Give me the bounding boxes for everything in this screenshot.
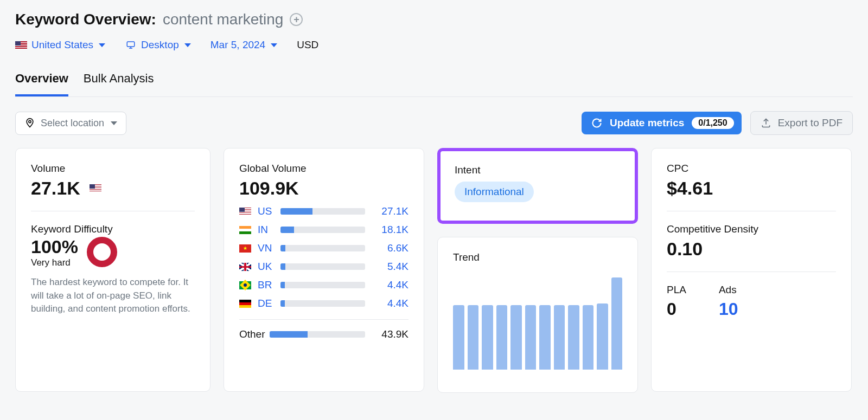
date-filter[interactable]: Mar 5, 2024 bbox=[210, 39, 277, 51]
kd-title: Keyword Difficulty bbox=[31, 223, 195, 235]
tab-bulk-analysis[interactable]: Bulk Analysis bbox=[84, 67, 154, 96]
svg-rect-0 bbox=[127, 42, 135, 47]
svg-point-1 bbox=[29, 120, 31, 122]
select-location-dropdown[interactable]: Select location bbox=[15, 112, 126, 135]
gv-bar bbox=[280, 245, 365, 251]
gv-country-code: IN bbox=[258, 224, 274, 236]
volume-value: 27.1K bbox=[31, 178, 195, 199]
actions-row: Select location Update metrics 0/1,250 E… bbox=[15, 111, 853, 135]
gv-bar bbox=[280, 227, 365, 233]
cpc-title: CPC bbox=[667, 163, 836, 175]
gv-other-label: Other bbox=[239, 328, 263, 340]
tabs: Overview Bulk Analysis bbox=[15, 67, 853, 97]
kd-label: Very hard bbox=[31, 257, 78, 268]
flag-br-icon bbox=[239, 281, 251, 289]
device-filter[interactable]: Desktop bbox=[125, 39, 191, 51]
gv-bar bbox=[280, 282, 365, 288]
cpc-value: $4.61 bbox=[667, 178, 836, 199]
select-location-label: Select location bbox=[41, 118, 104, 129]
filters-row: United States Desktop Mar 5, 2024 USD bbox=[15, 39, 853, 51]
gv-other-val: 43.9K bbox=[372, 328, 409, 340]
gv-bar bbox=[280, 208, 365, 215]
tab-overview[interactable]: Overview bbox=[15, 67, 68, 96]
pla-label: PLA bbox=[667, 284, 686, 296]
gv-country-code: DE bbox=[258, 298, 274, 309]
kd-donut-icon bbox=[87, 237, 117, 267]
update-counter: 0/1,250 bbox=[692, 117, 733, 129]
update-metrics-label: Update metrics bbox=[610, 117, 684, 129]
add-keyword-icon[interactable]: + bbox=[290, 13, 303, 26]
chevron-down-icon bbox=[271, 43, 277, 47]
gv-val: 18.1K bbox=[372, 224, 409, 236]
trend-bar bbox=[525, 305, 537, 370]
global-volume-row[interactable]: BR4.4K bbox=[239, 279, 409, 291]
gv-bar bbox=[280, 300, 365, 307]
cd-value: 0.10 bbox=[667, 238, 836, 260]
volume-title: Volume bbox=[31, 163, 195, 175]
flag-us-icon bbox=[90, 184, 101, 192]
chevron-down-icon bbox=[99, 43, 105, 47]
gv-val: 6.6K bbox=[372, 242, 409, 254]
export-pdf-button[interactable]: Export to PDF bbox=[750, 111, 853, 135]
cd-title: Competitive Density bbox=[667, 223, 836, 235]
kd-note: The hardest keyword to compete for. It w… bbox=[31, 276, 195, 316]
flag-vn-icon bbox=[239, 244, 251, 253]
cards-row: Volume 27.1K Keyword Difficulty 100% Ver… bbox=[15, 148, 853, 393]
volume-card: Volume 27.1K Keyword Difficulty 100% Ver… bbox=[15, 148, 210, 392]
chevron-down-icon bbox=[184, 43, 191, 47]
trend-bar bbox=[583, 305, 594, 370]
intent-title: Intent bbox=[455, 164, 621, 176]
flag-in-icon bbox=[239, 226, 251, 234]
trend-bar bbox=[496, 305, 508, 370]
gv-bar bbox=[270, 331, 365, 338]
flag-uk-icon bbox=[239, 263, 251, 271]
trend-bar bbox=[568, 305, 579, 370]
gv-val: 5.4K bbox=[372, 261, 409, 273]
gv-val: 27.1K bbox=[372, 205, 409, 217]
gv-country-code: VN bbox=[258, 242, 274, 254]
global-volume-value: 109.9K bbox=[239, 178, 409, 199]
flag-us-icon bbox=[239, 208, 251, 216]
intent-pill: Informational bbox=[455, 182, 534, 202]
update-metrics-button[interactable]: Update metrics 0/1,250 bbox=[582, 112, 742, 134]
intent-card: Intent Informational bbox=[437, 148, 638, 224]
kd-value: 100% bbox=[31, 236, 78, 257]
export-icon bbox=[761, 118, 771, 128]
trend-bar bbox=[468, 305, 479, 370]
global-volume-row[interactable]: UK5.4K bbox=[239, 261, 409, 273]
global-volume-title: Global Volume bbox=[239, 163, 409, 175]
trend-bar bbox=[510, 305, 522, 370]
ads-value[interactable]: 10 bbox=[719, 299, 738, 319]
gv-val: 4.4K bbox=[372, 279, 409, 291]
desktop-icon bbox=[125, 40, 137, 50]
gv-val: 4.4K bbox=[372, 298, 409, 309]
trend-bar bbox=[611, 277, 623, 370]
gv-country-code: UK bbox=[258, 261, 274, 273]
trend-card: Trend bbox=[437, 237, 638, 393]
trend-bar bbox=[597, 303, 608, 370]
currency-label: USD bbox=[297, 39, 318, 51]
flag-de-icon bbox=[239, 300, 251, 308]
global-volume-row[interactable]: VN6.6K bbox=[239, 242, 409, 254]
gv-country-code: BR bbox=[258, 279, 274, 291]
trend-bar bbox=[453, 305, 464, 370]
pin-icon bbox=[24, 118, 35, 128]
trend-title: Trend bbox=[453, 251, 622, 263]
global-volume-row[interactable]: DE4.4K bbox=[239, 298, 409, 309]
trend-bar bbox=[539, 305, 551, 370]
page-title: Keyword Overview: content marketing + bbox=[15, 11, 853, 28]
title-keyword: content marketing bbox=[163, 11, 284, 28]
gv-country-code: US bbox=[258, 205, 274, 217]
refresh-icon bbox=[591, 118, 602, 128]
date-label: Mar 5, 2024 bbox=[210, 39, 265, 51]
global-volume-row[interactable]: US27.1K bbox=[239, 205, 409, 217]
pla-ads-row: PLA 0 Ads 10 bbox=[667, 284, 836, 319]
trend-bar bbox=[554, 305, 565, 370]
country-filter[interactable]: United States bbox=[15, 39, 105, 51]
global-volume-card: Global Volume 109.9K US27.1KIN18.1KVN6.6… bbox=[224, 148, 424, 392]
global-volume-row[interactable]: IN18.1K bbox=[239, 224, 409, 236]
cpc-card: CPC $4.61 Competitive Density 0.10 PLA 0… bbox=[651, 148, 852, 392]
trend-bar bbox=[482, 305, 493, 370]
global-volume-other-row: Other 43.9K bbox=[239, 319, 409, 340]
pla-value: 0 bbox=[667, 299, 686, 319]
